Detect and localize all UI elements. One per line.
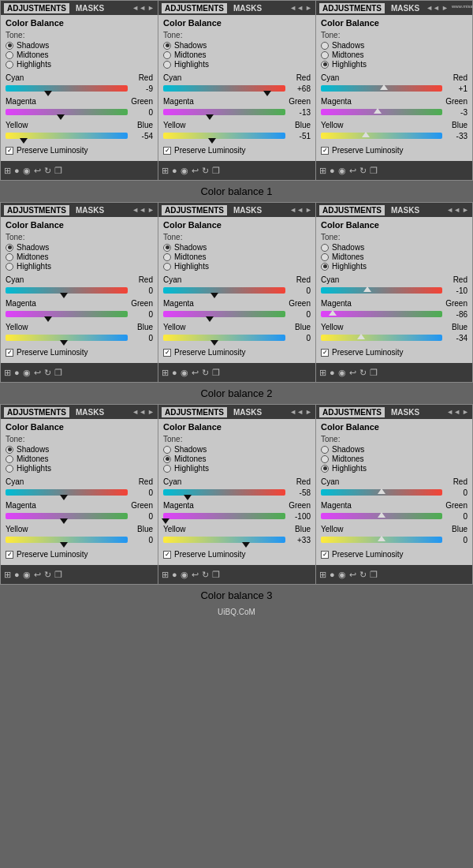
tone-option-midtones[interactable]: Midtones xyxy=(6,455,153,463)
tab-masks[interactable]: MASKS xyxy=(388,205,423,215)
tab-adjustments[interactable]: ADJUSTMENTS xyxy=(162,205,227,215)
footer-icon-5[interactable]: ❐ xyxy=(54,166,62,176)
slider-track-wrap[interactable] xyxy=(6,332,128,343)
tab-adjustments[interactable]: ADJUSTMENTS xyxy=(4,3,69,13)
footer-icon-0[interactable]: ⊞ xyxy=(162,166,169,176)
radio-shadows[interactable] xyxy=(6,42,13,50)
tab-adjustments[interactable]: ADJUSTMENTS xyxy=(319,205,385,215)
footer-icon-0[interactable]: ⊞ xyxy=(162,570,169,580)
radio-highlights[interactable] xyxy=(163,263,171,271)
footer-icon-5[interactable]: ❐ xyxy=(54,570,62,580)
radio-shadows[interactable] xyxy=(6,446,13,454)
radio-shadows[interactable] xyxy=(163,244,171,252)
tone-option-midtones[interactable]: Midtones xyxy=(6,51,153,59)
tone-option-shadows[interactable]: Shadows xyxy=(321,243,467,252)
arrow-right-icon[interactable]: ► xyxy=(462,408,469,416)
footer-icon-5[interactable]: ❐ xyxy=(212,166,220,176)
footer-icon-0[interactable]: ⊞ xyxy=(162,368,169,378)
arrow-left-icon[interactable]: ◄◄ xyxy=(289,206,304,214)
tone-option-midtones[interactable]: Midtones xyxy=(163,51,311,59)
footer-icon-2[interactable]: ◉ xyxy=(23,368,31,378)
preserve-luminosity-row[interactable]: ✓Preserve Luminosity xyxy=(321,146,467,155)
tone-option-shadows[interactable]: Shadows xyxy=(321,41,467,50)
radio-midtones[interactable] xyxy=(321,455,329,463)
arrow-right-icon[interactable]: ► xyxy=(305,206,312,214)
radio-midtones[interactable] xyxy=(163,51,171,59)
footer-icon-1[interactable]: ● xyxy=(330,368,335,377)
tab-masks[interactable]: MASKS xyxy=(388,407,423,417)
slider-track-wrap[interactable] xyxy=(321,534,442,545)
footer-icon-2[interactable]: ◉ xyxy=(181,570,188,580)
tab-adjustments[interactable]: ADJUSTMENTS xyxy=(4,205,69,215)
footer-icon-4[interactable]: ↻ xyxy=(44,570,51,580)
footer-icon-1[interactable]: ● xyxy=(330,166,335,175)
footer-icon-2[interactable]: ◉ xyxy=(181,368,188,378)
tone-option-midtones[interactable]: Midtones xyxy=(6,253,153,261)
preserve-luminosity-row[interactable]: ✓Preserve Luminosity xyxy=(6,146,153,155)
preserve-luminosity-row[interactable]: ✓Preserve Luminosity xyxy=(6,348,153,357)
arrow-left-icon[interactable]: ◄◄ xyxy=(289,408,304,416)
footer-icon-3[interactable]: ↩ xyxy=(192,166,199,176)
radio-midtones[interactable] xyxy=(321,253,329,261)
footer-icon-2[interactable]: ◉ xyxy=(338,570,346,580)
preserve-luminosity-row[interactable]: ✓Preserve Luminosity xyxy=(6,550,153,559)
footer-icon-5[interactable]: ❐ xyxy=(212,368,220,378)
preserve-checkbox[interactable]: ✓ xyxy=(321,551,329,559)
footer-icon-1[interactable]: ● xyxy=(14,570,20,579)
radio-midtones[interactable] xyxy=(6,253,13,261)
tone-option-midtones[interactable]: Midtones xyxy=(163,455,311,463)
footer-icon-2[interactable]: ◉ xyxy=(338,166,346,176)
tab-adjustments[interactable]: ADJUSTMENTS xyxy=(319,3,385,13)
footer-icon-0[interactable]: ⊞ xyxy=(319,166,326,176)
arrow-right-icon[interactable]: ► xyxy=(305,408,312,416)
slider-track-wrap[interactable] xyxy=(163,511,285,522)
tab-masks[interactable]: MASKS xyxy=(73,3,107,13)
preserve-checkbox[interactable]: ✓ xyxy=(321,147,329,155)
radio-highlights[interactable] xyxy=(321,465,329,473)
radio-midtones[interactable] xyxy=(6,455,13,463)
tone-option-highlights[interactable]: Highlights xyxy=(321,464,467,473)
tone-option-highlights[interactable]: Highlights xyxy=(6,262,153,271)
tab-adjustments[interactable]: ADJUSTMENTS xyxy=(4,407,69,417)
tone-option-highlights[interactable]: Highlights xyxy=(163,464,311,473)
radio-midtones[interactable] xyxy=(6,51,13,59)
footer-icon-1[interactable]: ● xyxy=(172,570,177,579)
arrow-left-icon[interactable]: ◄◄ xyxy=(132,408,146,416)
radio-highlights[interactable] xyxy=(163,465,171,473)
footer-icon-4[interactable]: ↻ xyxy=(202,166,209,176)
tone-option-shadows[interactable]: Shadows xyxy=(6,243,153,252)
arrow-right-icon[interactable]: ► xyxy=(462,206,469,214)
arrow-right-icon[interactable]: ► xyxy=(441,4,449,12)
tone-option-highlights[interactable]: Highlights xyxy=(321,60,467,69)
tab-masks[interactable]: MASKS xyxy=(388,3,423,13)
radio-midtones[interactable] xyxy=(321,51,329,59)
footer-icon-0[interactable]: ⊞ xyxy=(4,166,11,176)
tab-adjustments[interactable]: ADJUSTMENTS xyxy=(319,407,385,417)
radio-highlights[interactable] xyxy=(321,61,329,69)
footer-icon-4[interactable]: ↻ xyxy=(359,570,367,580)
slider-track-wrap[interactable] xyxy=(163,534,285,545)
slider-track-wrap[interactable] xyxy=(6,285,128,296)
preserve-checkbox[interactable]: ✓ xyxy=(163,147,171,155)
tone-option-shadows[interactable]: Shadows xyxy=(163,41,311,50)
tab-masks[interactable]: MASKS xyxy=(230,407,265,417)
radio-shadows[interactable] xyxy=(6,244,13,252)
radio-midtones[interactable] xyxy=(163,253,171,261)
footer-icon-3[interactable]: ↩ xyxy=(34,570,41,580)
footer-icon-3[interactable]: ↩ xyxy=(34,166,41,176)
slider-track-wrap[interactable] xyxy=(321,130,442,141)
tone-option-midtones[interactable]: Midtones xyxy=(321,455,467,463)
slider-track-wrap[interactable] xyxy=(6,107,128,118)
tone-option-highlights[interactable]: Highlights xyxy=(6,464,153,473)
footer-icon-1[interactable]: ● xyxy=(172,166,177,175)
footer-icon-3[interactable]: ↩ xyxy=(349,166,356,176)
footer-icon-5[interactable]: ❐ xyxy=(370,368,378,378)
slider-track-wrap[interactable] xyxy=(321,107,442,118)
slider-track-wrap[interactable] xyxy=(321,83,442,94)
slider-track-wrap[interactable] xyxy=(163,107,285,118)
footer-icon-5[interactable]: ❐ xyxy=(370,166,378,176)
tab-masks[interactable]: MASKS xyxy=(230,3,265,13)
footer-icon-2[interactable]: ◉ xyxy=(23,166,31,176)
footer-icon-5[interactable]: ❐ xyxy=(212,570,220,580)
preserve-checkbox[interactable]: ✓ xyxy=(163,349,171,357)
